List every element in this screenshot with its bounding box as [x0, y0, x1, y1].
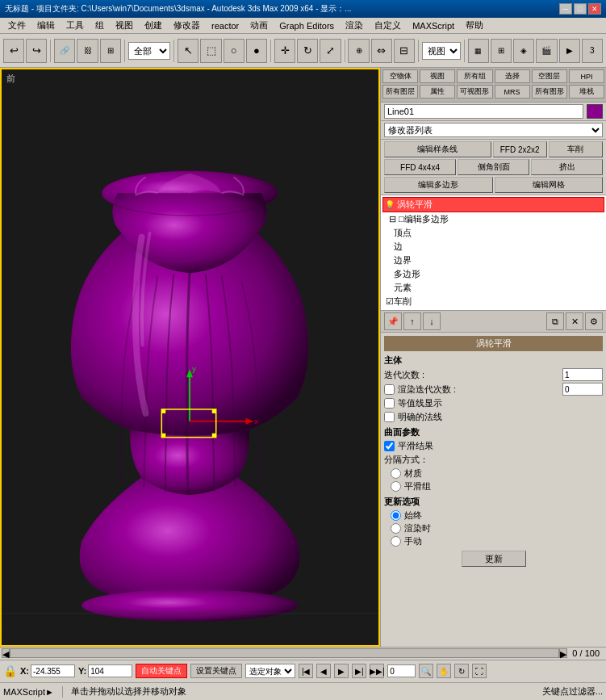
tool-render-setup[interactable]: 🎬: [536, 39, 557, 63]
tool-icon-config[interactable]: ⚙: [585, 312, 603, 330]
tool-redo[interactable]: ↪: [26, 39, 47, 63]
nav-orbit-btn[interactable]: ↻: [454, 664, 469, 678]
tool-render[interactable]: ▶: [559, 39, 580, 63]
tool-paint[interactable]: ●: [246, 39, 267, 63]
smooth-result-checkbox[interactable]: [384, 441, 395, 451]
update-always-radio[interactable]: [391, 510, 401, 521]
cmd-tab-props[interactable]: 属性: [420, 85, 455, 99]
menu-views[interactable]: 视图: [111, 18, 138, 33]
close-button[interactable]: ✕: [588, 3, 601, 15]
tool-align[interactable]: ⊟: [394, 39, 415, 63]
btn-bevel-profile[interactable]: 侧角剖面: [458, 159, 529, 175]
render-iter-input[interactable]: [562, 383, 603, 396]
menu-reactor[interactable]: reactor: [207, 19, 244, 32]
nav-pan-btn[interactable]: ✋: [437, 664, 451, 678]
sep-mat-radio[interactable]: [391, 468, 401, 479]
play-btn[interactable]: ▶: [334, 664, 349, 678]
tool-unlink[interactable]: ⛓: [77, 39, 98, 63]
tool-active-shade[interactable]: 3: [582, 39, 603, 63]
btn-car-cut[interactable]: 车削: [549, 141, 603, 157]
modifier-list-select[interactable]: 修改器列表: [384, 123, 603, 137]
btn-edit-mesh[interactable]: 编辑网格: [495, 177, 604, 193]
set-key-btn[interactable]: 设置关键点: [190, 664, 242, 678]
tool-rotate[interactable]: ↻: [297, 39, 318, 63]
menu-file[interactable]: 文件: [3, 18, 31, 33]
tool-select[interactable]: ↖: [178, 39, 199, 63]
tree-item-polygon[interactable]: 多边形: [392, 267, 604, 281]
sep-smooth-radio[interactable]: [391, 481, 401, 492]
viewport[interactable]: 前: [0, 68, 380, 647]
filter-select[interactable]: 全部: [128, 42, 171, 60]
viewport-scrollbar[interactable]: [10, 648, 559, 658]
maximize-button[interactable]: □: [574, 3, 587, 15]
tool-material[interactable]: ◈: [513, 39, 534, 63]
btn-edit-poly[interactable]: 编辑多边形: [384, 177, 493, 193]
play-prev-btn[interactable]: ◀: [316, 664, 331, 678]
object-color-swatch[interactable]: [587, 104, 603, 119]
tool-select-region[interactable]: ⬚: [200, 39, 221, 63]
cmd-tab-stack[interactable]: 堆栈: [569, 85, 604, 99]
menu-tools[interactable]: 工具: [61, 18, 89, 33]
btn-ffd4x4[interactable]: FFD 4x4x4: [384, 159, 456, 175]
tree-item-lathe[interactable]: ☑ 车削: [382, 295, 604, 308]
update-manual-radio[interactable]: [391, 536, 401, 547]
cmd-tab-all-shapes[interactable]: 所有图形: [532, 85, 567, 99]
menu-graph-editors[interactable]: Graph Editors: [274, 19, 339, 32]
tool-named-sel[interactable]: ▦: [468, 39, 489, 63]
frame-input[interactable]: [387, 664, 416, 677]
cmd-tab-all-groups[interactable]: 所有组: [457, 69, 492, 83]
btn-edit-spline[interactable]: 编辑样条线: [384, 141, 491, 157]
menu-group[interactable]: 组: [90, 18, 109, 33]
select-filter[interactable]: 选定对象: [245, 664, 295, 678]
tool-icon-copy[interactable]: ⧉: [546, 312, 564, 330]
tree-item-editpoly[interactable]: ⊟ □ 编辑多边形: [382, 212, 604, 226]
tree-item-element[interactable]: 元素: [392, 281, 604, 295]
minimize-button[interactable]: ─: [559, 3, 572, 15]
tree-item-turbosmooth[interactable]: 💡 涡轮平滑: [382, 197, 604, 212]
cmd-tab-view[interactable]: 视图: [420, 69, 455, 83]
object-name-input[interactable]: [384, 104, 583, 119]
btn-ffd2x2[interactable]: FFD 2x2x2: [493, 141, 547, 157]
cmd-tab-hpi[interactable]: HPI: [569, 69, 604, 83]
tool-icon-pin[interactable]: 📌: [384, 312, 402, 330]
isoline-checkbox[interactable]: [384, 398, 395, 409]
tool-schematic[interactable]: ⊞: [491, 39, 512, 63]
view-select[interactable]: 视图: [422, 42, 461, 60]
tool-icon-delete[interactable]: ✕: [566, 312, 583, 330]
tree-item-edge[interactable]: 边: [392, 240, 604, 254]
tool-move[interactable]: ✛: [274, 39, 295, 63]
menu-rendering[interactable]: 渲染: [341, 18, 368, 33]
normals-checkbox[interactable]: [384, 412, 395, 422]
scroll-right-btn[interactable]: ▶: [559, 648, 567, 658]
update-button[interactable]: 更新: [462, 551, 526, 567]
menu-modifiers[interactable]: 修改器: [169, 18, 205, 33]
cmd-tab-select[interactable]: 选择: [495, 69, 530, 83]
update-render-radio[interactable]: [391, 523, 401, 534]
tool-lasso[interactable]: ○: [224, 39, 244, 63]
cmd-tab-mrs[interactable]: MRS: [495, 85, 530, 99]
iter-input[interactable]: [562, 368, 603, 381]
cmd-tab-vis-shapes[interactable]: 可视图形: [457, 85, 492, 99]
tool-undo[interactable]: ↩: [3, 39, 24, 63]
tool-icon-move-up[interactable]: ↑: [403, 312, 421, 330]
tool-pivot[interactable]: ⊕: [348, 39, 369, 63]
render-iter-checkbox[interactable]: [384, 384, 395, 395]
menu-maxscript[interactable]: MAXScript: [407, 19, 459, 32]
menu-edit[interactable]: 编辑: [32, 18, 60, 33]
tree-item-border[interactable]: 边界: [392, 254, 604, 267]
x-input[interactable]: [31, 664, 75, 677]
nav-zoom-btn[interactable]: 🔍: [419, 664, 433, 678]
tool-select-link[interactable]: 🔗: [54, 39, 75, 63]
menu-animation[interactable]: 动画: [245, 18, 273, 33]
auto-key-btn[interactable]: 自动关键点: [136, 664, 187, 678]
tool-icon-move-down[interactable]: ↓: [423, 312, 441, 330]
cmd-tab-empty-layer[interactable]: 空图层: [532, 69, 567, 83]
tool-mirror[interactable]: ⇔: [371, 39, 392, 63]
scroll-left-btn[interactable]: ◀: [2, 648, 10, 658]
menu-create[interactable]: 创建: [140, 18, 167, 33]
menu-help[interactable]: 帮助: [461, 18, 488, 33]
play-start-btn[interactable]: |◀: [299, 664, 313, 678]
menu-customize[interactable]: 自定义: [370, 18, 406, 33]
cmd-tab-all-layers[interactable]: 所有图层: [382, 85, 418, 99]
y-input[interactable]: [88, 664, 132, 677]
